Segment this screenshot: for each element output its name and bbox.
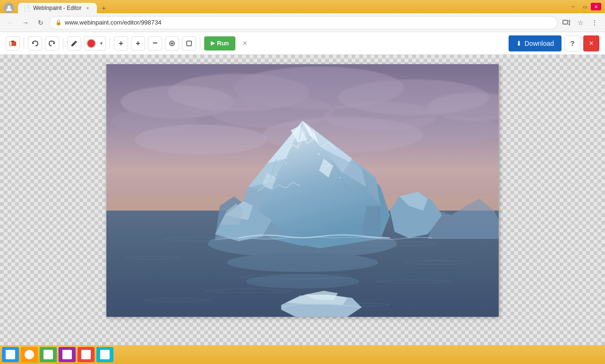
editor-toolbar: ▾ + + − ▶ Run × ⬇ Downl <box>0 32 605 55</box>
tab-bar: 📄 WebInpaint - Editor × + <box>4 0 109 13</box>
close-red-button[interactable]: × <box>583 35 599 51</box>
maximize-button[interactable]: ▭ <box>579 3 590 10</box>
iceberg-scene <box>106 64 499 317</box>
svg-rect-1 <box>563 20 568 24</box>
cast-button[interactable] <box>560 16 573 29</box>
nav-bar: ← → ↻ 🔒 www.webinpaint.com/editor/998734… <box>0 13 605 32</box>
new-tab-button[interactable]: + <box>99 3 109 13</box>
zoom-out-button[interactable]: − <box>148 36 162 51</box>
svg-point-63 <box>311 139 313 141</box>
taskbar-item-4[interactable] <box>59 347 76 362</box>
pen-tool[interactable] <box>67 36 81 51</box>
minimize-button[interactable]: − <box>568 3 579 10</box>
download-icon: ⬇ <box>516 40 522 47</box>
svg-point-66 <box>285 163 287 164</box>
frame-button[interactable] <box>182 36 196 51</box>
tab-page-icon: 📄 <box>24 5 30 11</box>
svg-point-65 <box>318 153 320 155</box>
taskbar <box>0 345 605 364</box>
svg-point-68 <box>276 175 277 176</box>
run-icon: ▶ <box>211 40 215 46</box>
svg-point-32 <box>246 274 359 288</box>
close-editor-button[interactable]: × <box>238 37 251 50</box>
color-circle <box>86 39 96 48</box>
address-bar[interactable]: 🔒 www.webinpaint.com/editor/998734 <box>49 16 558 29</box>
svg-point-64 <box>297 145 299 146</box>
run-button[interactable]: ▶ Run <box>204 36 235 51</box>
svg-point-31 <box>227 253 378 272</box>
reload-button[interactable]: ↻ <box>34 16 47 29</box>
svg-point-16 <box>135 125 267 155</box>
zoom-in-button-2[interactable]: + <box>131 36 145 51</box>
download-label: Download <box>525 40 554 47</box>
svg-point-67 <box>328 165 329 167</box>
zoom-fit-button[interactable] <box>165 36 179 51</box>
menu-button[interactable]: ⋮ <box>588 16 601 29</box>
canvas-area <box>0 55 605 345</box>
redo-button[interactable] <box>45 36 59 51</box>
help-button[interactable]: ? <box>564 35 580 51</box>
window-controls: − ▭ ✕ <box>568 3 601 10</box>
taskbar-item-1[interactable] <box>2 347 19 362</box>
svg-rect-6 <box>187 41 191 46</box>
svg-point-62 <box>304 132 306 134</box>
taskbar-item-5[interactable] <box>78 347 95 362</box>
url-text: www.webinpaint.com/editor/998734 <box>65 19 162 26</box>
taskbar-item-6[interactable] <box>96 347 113 362</box>
browser-frame: 📄 WebInpaint - Editor × + − ▭ ✕ ← → ↻ 🔒 … <box>0 0 605 364</box>
svg-rect-3 <box>9 42 12 46</box>
undo-button[interactable] <box>28 36 42 51</box>
close-window-button[interactable]: ✕ <box>591 3 601 10</box>
color-dropdown-arrow[interactable]: ▾ <box>97 36 106 51</box>
zoom-in-button-1[interactable]: + <box>114 36 128 51</box>
run-label: Run <box>217 40 229 47</box>
title-bar: 📄 WebInpaint - Editor × + − ▭ ✕ <box>0 0 605 13</box>
bookmark-button[interactable]: ☆ <box>574 16 587 29</box>
tab-close-button[interactable]: × <box>85 5 91 11</box>
canvas-image[interactable] <box>106 64 499 317</box>
tab-title: WebInpaint - Editor <box>33 5 82 11</box>
taskbar-item-2[interactable] <box>21 347 38 362</box>
lock-icon: 🔒 <box>55 19 62 25</box>
nav-right-controls: ☆ ⋮ <box>560 16 601 29</box>
color-swatch-button[interactable] <box>84 36 97 51</box>
svg-point-69 <box>340 177 341 178</box>
forward-button[interactable]: → <box>19 16 32 29</box>
back-button[interactable]: ← <box>4 16 17 29</box>
active-tab[interactable]: 📄 WebInpaint - Editor × <box>18 3 97 13</box>
svg-rect-4 <box>11 41 14 42</box>
eraser-tool[interactable] <box>6 36 20 51</box>
taskbar-item-3[interactable] <box>40 347 57 362</box>
user-avatar <box>4 3 14 13</box>
color-picker-group: ▾ <box>84 36 106 51</box>
download-button[interactable]: ⬇ Download <box>509 35 562 51</box>
